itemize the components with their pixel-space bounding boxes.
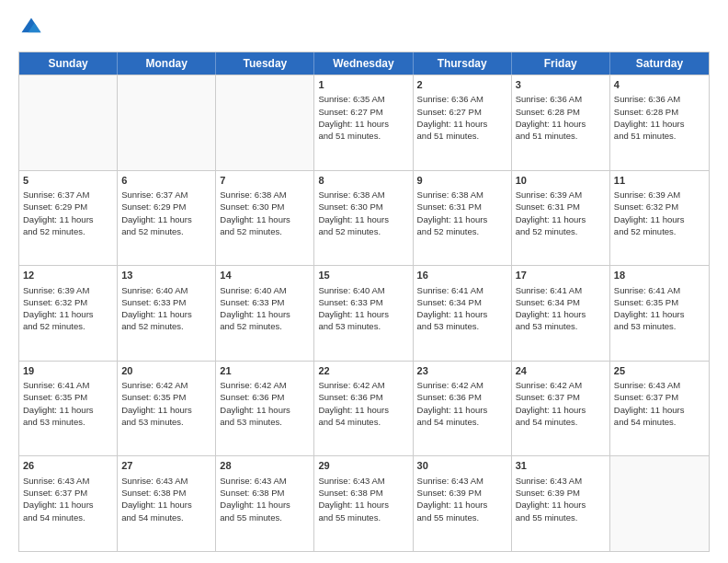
day-info-line: Daylight: 11 hours xyxy=(516,214,586,224)
day-cell-7: 7Sunrise: 6:38 AMSunset: 6:30 PMDaylight… xyxy=(216,171,314,266)
calendar-header: SundayMondayTuesdayWednesdayThursdayFrid… xyxy=(19,52,709,75)
day-info-line: Sunset: 6:32 PM xyxy=(614,201,678,212)
day-number: 15 xyxy=(318,269,408,282)
day-info-line: Sunrise: 6:43 AM xyxy=(516,476,582,486)
day-info-line: and 53 minutes. xyxy=(121,417,184,427)
day-info-line: Daylight: 11 hours xyxy=(121,500,192,510)
day-info-line: Sunset: 6:32 PM xyxy=(23,297,87,307)
day-number: 19 xyxy=(23,364,113,378)
day-info-line: and 53 minutes. xyxy=(516,321,578,331)
day-info-line: Sunset: 6:27 PM xyxy=(318,107,382,117)
day-info-line: Daylight: 11 hours xyxy=(516,119,586,129)
day-info-line: Sunset: 6:33 PM xyxy=(220,297,284,307)
day-info-line: Sunrise: 6:42 AM xyxy=(220,380,286,390)
day-info-line: Sunrise: 6:41 AM xyxy=(417,285,483,295)
day-cell-1: 1Sunrise: 6:35 AMSunset: 6:27 PMDaylight… xyxy=(314,75,413,170)
day-info-line: Sunset: 6:31 PM xyxy=(516,201,580,212)
day-cell-17: 17Sunrise: 6:41 AMSunset: 6:34 PMDayligh… xyxy=(512,266,610,361)
day-info-line: Sunset: 6:38 PM xyxy=(121,488,186,498)
day-info-line: Daylight: 11 hours xyxy=(516,309,586,319)
day-info-line: and 52 minutes. xyxy=(220,226,282,236)
day-cell-12: 12Sunrise: 6:39 AMSunset: 6:32 PMDayligh… xyxy=(19,266,118,361)
day-info-line: and 52 minutes. xyxy=(121,226,184,236)
day-info-line: Daylight: 11 hours xyxy=(417,405,488,415)
header-cell-thursday: Thursday xyxy=(414,52,512,75)
day-info-line: Sunrise: 6:43 AM xyxy=(614,380,680,390)
day-info-line: and 52 minutes. xyxy=(121,321,184,331)
day-info-line: Sunrise: 6:38 AM xyxy=(318,190,384,200)
day-info-line: Daylight: 11 hours xyxy=(220,405,290,415)
day-cell-26: 26Sunrise: 6:43 AMSunset: 6:37 PMDayligh… xyxy=(19,456,118,551)
day-cell-22: 22Sunrise: 6:42 AMSunset: 6:36 PMDayligh… xyxy=(314,362,413,456)
day-cell-25: 25Sunrise: 6:43 AMSunset: 6:37 PMDayligh… xyxy=(610,362,709,456)
day-number: 9 xyxy=(417,174,507,188)
calendar-row-2: 12Sunrise: 6:39 AMSunset: 6:32 PMDayligh… xyxy=(19,265,709,361)
day-info-line: Daylight: 11 hours xyxy=(23,309,94,319)
day-info-line: Sunset: 6:28 PM xyxy=(516,107,580,117)
day-info-line: Sunrise: 6:37 AM xyxy=(121,190,188,200)
day-info-line: Daylight: 11 hours xyxy=(23,500,94,510)
day-info-line: Sunset: 6:30 PM xyxy=(318,201,382,212)
day-number: 4 xyxy=(614,78,705,92)
day-info-line: Sunrise: 6:39 AM xyxy=(614,190,680,200)
day-info-line: Sunset: 6:34 PM xyxy=(516,297,580,307)
day-number: 8 xyxy=(318,174,408,188)
empty-cell xyxy=(19,75,118,170)
day-info-line: Sunset: 6:35 PM xyxy=(614,297,678,307)
day-cell-11: 11Sunrise: 6:39 AMSunset: 6:32 PMDayligh… xyxy=(610,171,709,266)
day-info-line: Sunset: 6:34 PM xyxy=(417,297,482,307)
day-info-line: Sunrise: 6:35 AM xyxy=(318,94,384,104)
day-info-line: Sunrise: 6:39 AM xyxy=(516,190,582,200)
day-info-line: and 52 minutes. xyxy=(318,226,381,236)
day-info-line: Daylight: 11 hours xyxy=(318,309,389,319)
day-info-line: and 55 minutes. xyxy=(516,512,578,523)
day-info-line: and 52 minutes. xyxy=(23,321,85,331)
day-info-line: Daylight: 11 hours xyxy=(614,309,685,319)
logo-icon xyxy=(18,15,44,40)
day-info-line: Daylight: 11 hours xyxy=(220,214,290,224)
header-cell-wednesday: Wednesday xyxy=(314,52,413,75)
day-info-line: Sunset: 6:37 PM xyxy=(516,392,580,402)
day-cell-6: 6Sunrise: 6:37 AMSunset: 6:29 PMDaylight… xyxy=(118,171,216,266)
day-info-line: and 55 minutes. xyxy=(417,512,480,523)
day-info-line: Daylight: 11 hours xyxy=(220,309,290,319)
day-number: 31 xyxy=(516,459,606,473)
empty-cell xyxy=(118,75,216,170)
day-info-line: Sunrise: 6:38 AM xyxy=(220,190,286,200)
day-number: 30 xyxy=(417,459,507,473)
day-info-line: Daylight: 11 hours xyxy=(318,405,389,415)
day-cell-13: 13Sunrise: 6:40 AMSunset: 6:33 PMDayligh… xyxy=(118,266,216,361)
empty-cell xyxy=(216,75,314,170)
day-info-line: and 55 minutes. xyxy=(318,512,381,523)
day-number: 28 xyxy=(220,459,310,473)
day-info-line: Sunrise: 6:37 AM xyxy=(23,190,89,200)
day-number: 5 xyxy=(23,174,113,188)
day-cell-24: 24Sunrise: 6:42 AMSunset: 6:37 PMDayligh… xyxy=(512,362,610,456)
header-cell-saturday: Saturday xyxy=(610,52,709,75)
day-info-line: Sunrise: 6:36 AM xyxy=(516,94,582,104)
header-cell-tuesday: Tuesday xyxy=(216,52,314,75)
day-info-line: Daylight: 11 hours xyxy=(23,214,94,224)
day-info-line: Sunset: 6:29 PM xyxy=(23,201,87,212)
day-cell-23: 23Sunrise: 6:42 AMSunset: 6:36 PMDayligh… xyxy=(414,362,512,456)
day-info-line: and 52 minutes. xyxy=(417,226,480,236)
day-info-line: and 54 minutes. xyxy=(121,512,184,523)
day-info-line: Sunrise: 6:40 AM xyxy=(220,285,286,295)
day-info-line: Daylight: 11 hours xyxy=(220,500,290,510)
day-info-line: Sunset: 6:35 PM xyxy=(23,392,87,402)
day-cell-5: 5Sunrise: 6:37 AMSunset: 6:29 PMDaylight… xyxy=(19,171,118,266)
day-info-line: Sunset: 6:39 PM xyxy=(417,488,482,498)
day-info-line: Sunset: 6:38 PM xyxy=(220,488,284,498)
day-number: 7 xyxy=(220,174,310,188)
day-info-line: Daylight: 11 hours xyxy=(417,309,488,319)
day-number: 2 xyxy=(417,78,507,92)
day-info-line: Daylight: 11 hours xyxy=(614,119,685,129)
day-info-line: Sunset: 6:39 PM xyxy=(516,488,580,498)
day-number: 21 xyxy=(220,364,310,378)
day-number: 3 xyxy=(516,78,606,92)
day-cell-8: 8Sunrise: 6:38 AMSunset: 6:30 PMDaylight… xyxy=(314,171,413,266)
day-info-line: Sunset: 6:33 PM xyxy=(121,297,186,307)
header xyxy=(18,15,710,40)
day-number: 22 xyxy=(318,364,408,378)
day-info-line: Daylight: 11 hours xyxy=(516,500,586,510)
